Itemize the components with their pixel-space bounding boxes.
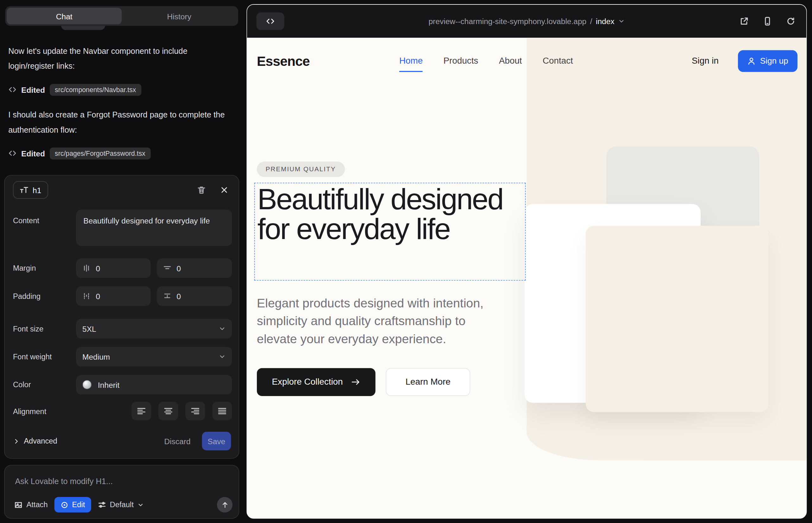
tab-chat[interactable]: Chat: [7, 8, 122, 24]
refresh-icon[interactable]: [784, 15, 797, 27]
delete-element-button[interactable]: [195, 184, 208, 196]
selected-heading-outline[interactable]: Beautifully designed for everyday life: [254, 183, 526, 281]
advanced-toggle[interactable]: Advanced: [13, 437, 57, 445]
margin-label: Margin: [13, 264, 36, 272]
file-chip[interactable]: src/pages/ForgotPassword.tsx: [50, 147, 151, 159]
preview-url: preview--charming-site-symphony.lovable.…: [428, 17, 586, 26]
edited-label: Edited: [21, 149, 45, 158]
nav-link-home[interactable]: Home: [399, 56, 423, 67]
margin-x-icon: [82, 264, 91, 272]
chevron-down-icon: [218, 353, 226, 360]
chevron-down-icon: [618, 18, 625, 24]
padding-y-icon: [163, 292, 171, 300]
discard-button[interactable]: Discard: [164, 437, 191, 446]
sign-up-button[interactable]: Sign up: [738, 50, 797, 72]
sign-in-link[interactable]: Sign in: [692, 56, 719, 67]
chat-sidebar: Chat History Now let's update the Navbar…: [0, 0, 246, 523]
code-icon: [8, 86, 16, 94]
padding-x-field[interactable]: 0: [76, 286, 151, 306]
color-label: Color: [13, 381, 31, 389]
send-button[interactable]: [217, 497, 232, 512]
nav-link-contact[interactable]: Contact: [543, 56, 573, 67]
font-weight-label: Font weight: [13, 353, 52, 361]
preview-window: preview--charming-site-symphony.lovable.…: [246, 4, 807, 519]
preview-page: index: [596, 17, 614, 26]
margin-x-field[interactable]: 0: [76, 258, 151, 278]
sliders-icon: [98, 501, 106, 509]
hero-heading[interactable]: Beautifully designed for everyday life: [258, 184, 525, 244]
edited-file-row[interactable]: Edited src/components/Navbar.tsx: [8, 83, 141, 96]
align-left-button[interactable]: [131, 402, 151, 420]
chevron-down-icon: [218, 325, 226, 332]
padding-y-field[interactable]: 0: [157, 286, 232, 306]
align-right-button[interactable]: [185, 402, 205, 420]
preview-toolbar: preview--charming-site-symphony.lovable.…: [247, 5, 806, 38]
content-value: Beautifully designed for everyday life: [83, 215, 210, 227]
code-icon: [8, 149, 16, 157]
font-weight-select[interactable]: Medium: [76, 347, 232, 366]
align-center-button[interactable]: [158, 402, 178, 420]
element-tag-pill[interactable]: h1: [13, 181, 48, 199]
edited-label: Edited: [21, 85, 45, 94]
close-icon[interactable]: [218, 184, 230, 196]
nav-link-about[interactable]: About: [499, 56, 522, 67]
alignment-label: Alignment: [13, 408, 46, 416]
align-justify-button[interactable]: [212, 402, 232, 420]
app-window: Chat History Now let's update the Navbar…: [0, 0, 812, 523]
chevron-down-icon: [137, 502, 144, 508]
arrow-right-icon: [351, 378, 360, 386]
chat-message: Now let's update the Navbar component to…: [8, 43, 232, 73]
save-button[interactable]: Save: [202, 432, 231, 451]
typography-icon: [20, 186, 29, 194]
composer-input[interactable]: Ask Lovable to modify H1...: [15, 477, 228, 486]
image-icon: [14, 500, 23, 509]
padding-label: Padding: [13, 292, 40, 300]
chat-message: I should also create a Forgot Password p…: [8, 107, 232, 137]
color-select[interactable]: Inherit: [76, 375, 232, 395]
attach-button[interactable]: Attach: [14, 500, 48, 509]
sidebar-tabs: Chat History: [5, 6, 238, 26]
font-size-label: Font size: [13, 325, 43, 333]
edited-file-row[interactable]: Edited src/pages/ForgotPassword.tsx: [8, 147, 151, 160]
code-view-toggle[interactable]: [256, 12, 284, 30]
chat-composer: Ask Lovable to modify H1... Attach Edit: [4, 465, 239, 519]
site-nav-links: Home Products About Contact: [399, 38, 573, 84]
tab-history[interactable]: History: [122, 8, 236, 24]
edit-mode-button[interactable]: Edit: [54, 497, 91, 512]
decorative-card-cream: [586, 226, 768, 412]
hero-paragraph: Elegant products designed with intention…: [257, 294, 506, 348]
nav-link-products[interactable]: Products: [443, 56, 478, 67]
site-logo[interactable]: Essence: [257, 53, 310, 69]
margin-y-icon: [163, 264, 171, 272]
file-chip[interactable]: src/components/Navbar.tsx: [50, 84, 141, 96]
open-in-new-tab-icon[interactable]: [738, 15, 750, 27]
alignment-buttons: [131, 402, 232, 420]
site-preview: Essence Home Products About Contact Sign…: [247, 38, 806, 519]
address-bar[interactable]: preview--charming-site-symphony.lovable.…: [428, 17, 625, 26]
font-size-select[interactable]: 5XL: [76, 319, 232, 339]
person-icon: [747, 57, 755, 65]
model-selector[interactable]: Default: [98, 501, 144, 509]
padding-x-icon: [82, 292, 91, 300]
mobile-view-icon[interactable]: [761, 15, 774, 27]
site-navbar: Essence Home Products About Contact Sign…: [247, 38, 806, 84]
element-editor-panel: h1 Content Beautifully designed for ever…: [4, 175, 239, 459]
hero-badge: PREMIUM QUALITY: [257, 161, 345, 177]
color-swatch-icon: [82, 380, 91, 389]
content-label: Content: [13, 217, 39, 225]
content-field[interactable]: Beautifully designed for everyday life: [76, 210, 232, 246]
element-tag-label: h1: [33, 185, 41, 194]
explore-collection-button[interactable]: Explore Collection: [257, 368, 375, 396]
target-icon: [60, 501, 68, 509]
margin-y-field[interactable]: 0: [157, 258, 232, 278]
learn-more-button[interactable]: Learn More: [386, 368, 470, 396]
chevron-right-icon: [13, 438, 20, 445]
